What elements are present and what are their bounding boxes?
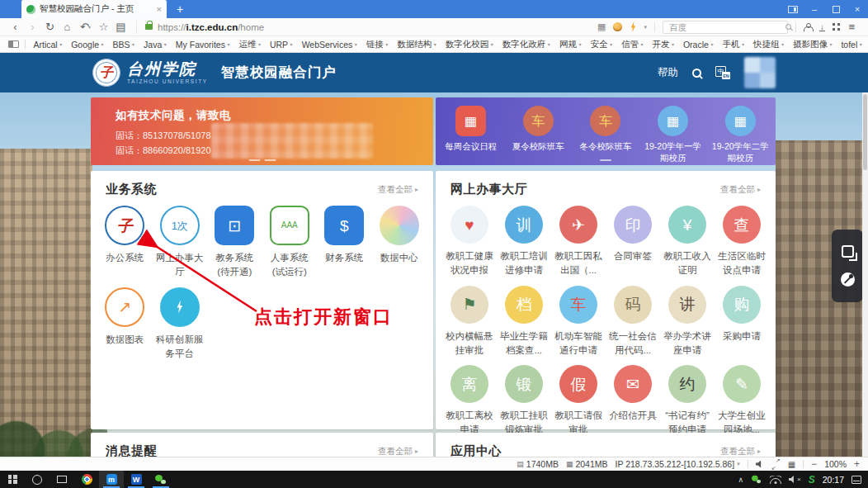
user-account-icon[interactable] [804, 23, 812, 31]
favorite-star-icon[interactable]: ☆ [95, 19, 112, 36]
screenshot-tool-icon[interactable] [842, 245, 854, 258]
app-item[interactable]: ⊡ 教务系统(待开通) [207, 206, 262, 280]
bookmark-item[interactable]: 快捷组 ▾ [753, 39, 784, 50]
quick-link-item[interactable]: ▦ 19-20学年二学期校历 [708, 106, 772, 163]
quick-link-item[interactable]: 车 夏令校际班车 [506, 106, 570, 152]
app-item[interactable]: 科研创新服务平台 [153, 287, 208, 362]
bookmark-item[interactable]: 安全 ▾ [590, 39, 612, 50]
service-item[interactable]: 假 教职工请假审批 [551, 365, 606, 438]
zoom-in-button[interactable]: + [854, 458, 860, 470]
carousel-indicator[interactable] [600, 159, 611, 162]
clock[interactable]: 20:17 [823, 475, 844, 485]
view-all-link[interactable]: 查看全部▸ [720, 184, 761, 196]
taskbar-maxthon[interactable]: m [99, 471, 124, 488]
bookmark-item[interactable]: Artical ▾ [34, 40, 63, 50]
undo-dropdown-icon[interactable]: ▾ [88, 24, 95, 30]
service-item[interactable]: 档 毕业生学籍档案查... [497, 286, 551, 358]
volume-muted-icon[interactable]: × [789, 476, 801, 483]
app-item[interactable]: $ 财务系统 [317, 206, 372, 280]
cortana-button[interactable] [25, 471, 50, 488]
qr-code-icon[interactable]: ▦ [597, 21, 606, 32]
menu-icon[interactable]: ≡ [848, 21, 855, 33]
quick-link-item[interactable]: ▦ 19-20学年一学期校历 [641, 106, 705, 163]
bookmark-item[interactable]: 信管 ▾ [621, 39, 644, 50]
bookmark-item[interactable]: tofel ▾ [841, 40, 861, 50]
maximize-button[interactable] [825, 0, 847, 18]
service-item[interactable]: 车 机动车智能通行申请 [551, 286, 606, 358]
tray-expand-icon[interactable]: ∧ [738, 476, 743, 484]
service-item[interactable]: ♥ 教职工健康状况申报 [442, 206, 497, 278]
download-icon[interactable]: ↓ [819, 23, 825, 31]
taskbar-chrome[interactable] [74, 471, 99, 488]
sidebar-toggle-icon[interactable] [782, 0, 804, 18]
service-item[interactable]: 离 教职工离校申请 [442, 365, 497, 438]
zoom-level[interactable]: 100% [824, 459, 847, 469]
bookmark-item[interactable]: 网规 ▾ [559, 39, 582, 50]
start-button[interactable] [0, 471, 25, 488]
search-input[interactable] [668, 21, 782, 33]
bookmark-item[interactable]: WebServices ▾ [302, 40, 357, 50]
wifi-icon[interactable] [770, 476, 781, 484]
service-item[interactable]: 讲 举办学术讲座申请 [660, 286, 715, 358]
zoom-out-button[interactable]: − [811, 458, 817, 470]
service-item[interactable]: 训 教职工培训进修申请 [497, 206, 551, 278]
service-item[interactable]: 锻 教职工挂职锻炼审批 [497, 365, 551, 438]
bookmark-item[interactable]: 手机 ▾ [722, 39, 744, 50]
wechat-tray-icon[interactable] [752, 476, 762, 483]
tab-close-icon[interactable]: × [157, 4, 162, 14]
search-icon[interactable] [785, 24, 791, 30]
taskbar-word[interactable]: W [124, 471, 149, 488]
taskbar-wechat[interactable] [149, 471, 173, 488]
bookmark-item[interactable]: URP ▾ [270, 40, 293, 50]
quick-link-item[interactable]: 车 冬令校际班车 [573, 106, 638, 152]
lightning-extension-icon[interactable] [630, 21, 636, 32]
service-item[interactable]: 码 统一社会信用代码... [606, 286, 660, 358]
new-tab-button[interactable]: + [177, 0, 183, 18]
extensions-dropdown-icon[interactable]: ▾ [644, 24, 647, 31]
app-item[interactable]: 数据中心 [372, 206, 427, 280]
bookmark-item[interactable]: 链接 ▾ [366, 39, 389, 50]
quick-search-box[interactable] [663, 21, 788, 34]
service-item[interactable]: 印 合同审签 [606, 206, 660, 278]
bookmark-item[interactable]: 数字化政府 ▾ [502, 39, 550, 50]
user-avatar[interactable] [744, 57, 776, 88]
app-item[interactable]: 1次 网上办事大厅 [153, 206, 208, 280]
reader-mode-icon[interactable]: ▤ [112, 19, 130, 36]
service-item[interactable]: ✎ 大学生创业园场地... [715, 365, 769, 438]
service-item[interactable]: ¥ 教职工收入证明 [660, 206, 715, 278]
bookmark-item[interactable]: 摄影图像 ▾ [793, 39, 833, 50]
view-all-link[interactable]: 查看全部▸ [378, 184, 418, 196]
action-center-icon[interactable] [851, 476, 861, 484]
scrollbar-thumb[interactable] [863, 94, 867, 170]
browser-tab[interactable]: 智慧校园融合门户 - 主页 × [21, 0, 167, 18]
portal-search-icon[interactable] [692, 69, 701, 78]
view-all-link[interactable]: 查看全部▸ [378, 446, 418, 457]
bookmark-item[interactable]: Java ▾ [144, 40, 167, 50]
app-item[interactable]: 子 办公系统 [97, 206, 153, 280]
home-icon[interactable]: ⌂ [59, 19, 76, 36]
service-item[interactable]: 查 生活区临时设点申请 [715, 206, 769, 278]
forward-icon[interactable]: › [24, 19, 41, 36]
service-item[interactable]: ✉ 介绍信开具 [606, 365, 660, 438]
bookmark-item[interactable]: 数据结构 ▾ [397, 39, 436, 50]
help-link[interactable]: 帮助 [658, 66, 678, 80]
mute-page-icon[interactable] [756, 461, 764, 468]
bookmark-item[interactable]: 开发 ▾ [652, 39, 674, 50]
bookmarks-toggle-icon[interactable] [8, 40, 19, 48]
app-item[interactable]: ↗ 数据图表 [97, 287, 153, 362]
apps-grid-icon[interactable] [833, 23, 836, 26]
view-all-link[interactable]: 查看全部▸ [720, 446, 761, 457]
service-item[interactable]: ⚑ 校内横幅悬挂审批 [442, 286, 497, 358]
carousel-indicator[interactable] [248, 159, 276, 162]
back-icon[interactable]: ‹ [7, 19, 24, 36]
theme-palette-icon[interactable] [841, 272, 855, 287]
service-item[interactable]: ✈ 教职工因私出国（... [551, 206, 606, 278]
sogou-input-icon[interactable]: S [809, 474, 815, 486]
bookmark-item[interactable]: BBS ▾ [113, 40, 135, 50]
quick-link-item[interactable]: ▦ 每周会议日程 [439, 106, 503, 152]
fullscreen-icon[interactable] [771, 460, 781, 469]
service-item[interactable]: 购 采购申请 [715, 286, 769, 358]
url-text[interactable]: https://i.tzc.edu.cn/home [158, 22, 264, 32]
vertical-scrollbar[interactable] [862, 92, 868, 457]
refresh-icon[interactable]: ↻ [41, 19, 59, 36]
